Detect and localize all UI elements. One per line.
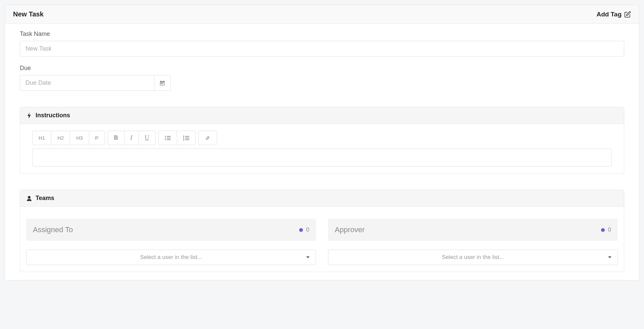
svg-point-14 bbox=[165, 139, 166, 140]
svg-rect-8 bbox=[162, 83, 162, 84]
status-dot-icon bbox=[299, 228, 303, 232]
approver-select[interactable]: Select a user in the list... bbox=[328, 250, 618, 265]
approver-placeholder: Select a user in the list... bbox=[442, 254, 504, 261]
status-dot-icon bbox=[601, 228, 605, 232]
svg-rect-5 bbox=[162, 82, 162, 83]
svg-point-12 bbox=[165, 137, 166, 138]
teams-title: Teams bbox=[36, 195, 54, 202]
ordered-list-icon bbox=[183, 136, 189, 140]
format-group: B I U bbox=[108, 131, 156, 145]
instructions-body: H1 H2 H3 P B I U bbox=[20, 124, 624, 173]
calendar-icon bbox=[160, 80, 165, 86]
underline-button[interactable]: U bbox=[139, 131, 156, 145]
teams-panel: Teams Assigned To 0 Select a user in the… bbox=[20, 190, 624, 272]
svg-rect-9 bbox=[163, 83, 163, 84]
svg-rect-3 bbox=[163, 81, 164, 82]
approver-count-value: 0 bbox=[608, 226, 611, 233]
caret-down-icon bbox=[306, 256, 310, 258]
instructions-title: Instructions bbox=[36, 112, 70, 119]
bullet-list-icon bbox=[165, 136, 171, 140]
italic-button[interactable]: I bbox=[124, 131, 139, 145]
approver-label: Approver bbox=[335, 225, 365, 234]
instructions-header: Instructions bbox=[20, 107, 624, 124]
task-name-label: Task Name bbox=[20, 30, 624, 38]
svg-rect-19 bbox=[185, 138, 189, 138]
svg-rect-4 bbox=[161, 82, 161, 83]
editor-toolbar: H1 H2 H3 P B I U bbox=[32, 131, 612, 145]
ordered-list-button[interactable] bbox=[177, 131, 196, 145]
svg-point-22 bbox=[28, 196, 31, 199]
task-name-group: Task Name bbox=[20, 30, 624, 57]
link-button[interactable] bbox=[198, 131, 217, 145]
svg-rect-15 bbox=[167, 139, 171, 140]
page-title: New Task bbox=[13, 10, 44, 18]
approver-count: 0 bbox=[601, 226, 611, 233]
add-tag-label: Add Tag bbox=[596, 11, 622, 18]
edit-icon bbox=[624, 11, 631, 18]
assigned-to-select[interactable]: Select a user in the list... bbox=[26, 250, 316, 265]
assigned-to-placeholder: Select a user in the list... bbox=[140, 254, 202, 261]
svg-rect-6 bbox=[163, 82, 163, 83]
assigned-to-column: Assigned To 0 Select a user in the list.… bbox=[26, 219, 316, 265]
svg-rect-17 bbox=[185, 136, 189, 137]
teams-body: Assigned To 0 Select a user in the list.… bbox=[20, 207, 624, 272]
approver-header: Approver 0 bbox=[328, 219, 618, 241]
bolt-icon bbox=[27, 113, 32, 119]
h2-button[interactable]: H2 bbox=[51, 131, 70, 145]
form-header: New Task Add Tag bbox=[5, 5, 639, 24]
h3-button[interactable]: H3 bbox=[70, 131, 89, 145]
svg-rect-11 bbox=[167, 136, 171, 137]
instructions-panel: Instructions H1 H2 H3 P B I U bbox=[20, 107, 624, 174]
h1-button[interactable]: H1 bbox=[32, 131, 51, 145]
svg-rect-2 bbox=[161, 81, 161, 82]
bullet-list-button[interactable] bbox=[158, 131, 177, 145]
svg-rect-20 bbox=[183, 139, 184, 140]
assigned-to-count: 0 bbox=[299, 226, 309, 233]
new-task-form: New Task Add Tag Task Name Due bbox=[5, 5, 639, 280]
task-name-input[interactable] bbox=[20, 41, 624, 57]
form-body: Task Name Due bbox=[5, 24, 639, 280]
svg-rect-7 bbox=[161, 83, 161, 84]
user-icon bbox=[27, 195, 32, 201]
list-group bbox=[158, 131, 196, 145]
svg-point-10 bbox=[165, 136, 166, 137]
approver-column: Approver 0 Select a user in the list... bbox=[328, 219, 618, 265]
assigned-to-label: Assigned To bbox=[33, 225, 73, 234]
assigned-to-count-value: 0 bbox=[306, 226, 309, 233]
calendar-button[interactable] bbox=[154, 75, 171, 91]
due-group: Due bbox=[20, 65, 624, 91]
bold-button[interactable]: B bbox=[108, 131, 124, 145]
link-group bbox=[198, 131, 217, 145]
svg-rect-18 bbox=[183, 137, 184, 138]
add-tag-button[interactable]: Add Tag bbox=[596, 11, 631, 18]
teams-header: Teams bbox=[20, 190, 624, 207]
svg-rect-13 bbox=[167, 138, 171, 138]
instructions-editor[interactable] bbox=[32, 148, 612, 167]
link-icon bbox=[205, 136, 211, 140]
due-date-input[interactable] bbox=[20, 75, 154, 91]
due-label: Due bbox=[20, 65, 624, 72]
paragraph-button[interactable]: P bbox=[89, 131, 105, 145]
heading-group: H1 H2 H3 P bbox=[32, 131, 105, 145]
due-input-group bbox=[20, 75, 171, 91]
assigned-to-header: Assigned To 0 bbox=[26, 219, 316, 241]
svg-rect-16 bbox=[183, 136, 184, 137]
caret-down-icon bbox=[608, 256, 611, 258]
svg-rect-21 bbox=[185, 139, 189, 140]
